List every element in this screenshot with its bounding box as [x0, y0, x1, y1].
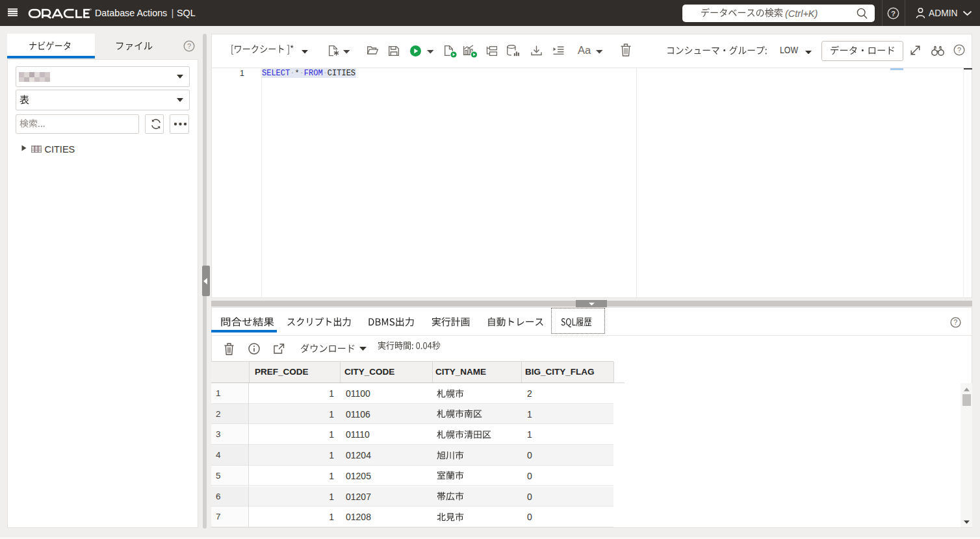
svg-text:?: ? [891, 10, 896, 18]
svg-text:?: ? [954, 318, 958, 326]
svg-text:?: ? [957, 46, 961, 54]
svg-text:?: ? [187, 42, 191, 50]
